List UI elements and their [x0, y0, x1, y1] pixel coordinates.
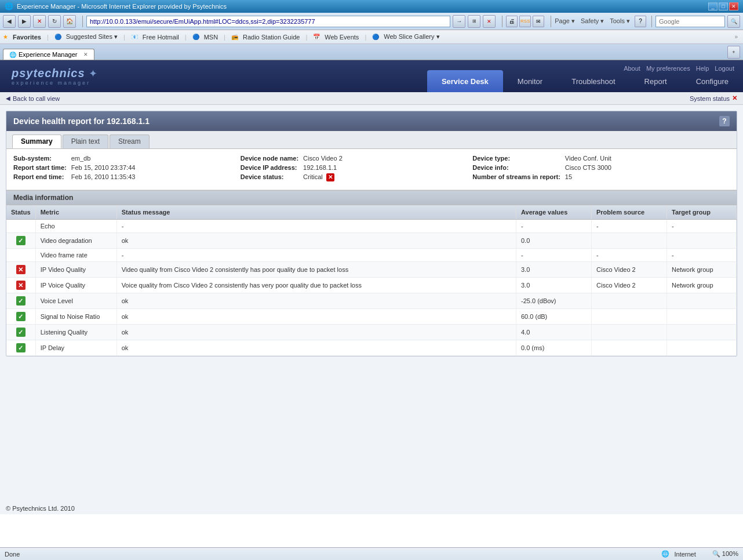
cell-status-message: - [116, 249, 516, 262]
device-node-label: Device node name: [241, 155, 298, 162]
cell-status: ✕ [6, 278, 35, 293]
rss-button[interactable]: RSS [519, 16, 531, 27]
cell-target-group: - [667, 220, 737, 233]
nav-report[interactable]: Report [630, 70, 682, 92]
minimize-button[interactable]: _ [708, 2, 717, 10]
cell-status [6, 220, 35, 233]
tab-plain-text[interactable]: Plain text [63, 134, 108, 148]
cell-status-message: ok [116, 340, 516, 356]
footer: © Psytechnics Ltd. 2010 [0, 503, 743, 514]
status-error-icon: ✕ [16, 281, 26, 290]
device-status-critical-icon: ✕ [326, 173, 334, 181]
radio-link[interactable]: Radio Station Guide [243, 34, 300, 41]
cell-status: ✕ [6, 262, 35, 278]
nav-troubleshoot-label: Troubleshoot [571, 77, 615, 86]
back-button[interactable]: ◀ [3, 15, 16, 28]
browser-title: Experience Manager - Microsoft Internet … [17, 3, 708, 10]
web-slice-link[interactable]: Web Slice Gallery ▾ [384, 33, 439, 41]
table-row: Video frame rate---- [6, 249, 737, 262]
col-target-group: Target group [667, 205, 737, 220]
cell-metric: Signal to Noise Ratio [35, 309, 116, 325]
cell-problem-source [592, 233, 667, 249]
streams-label: Number of streams in report: [472, 173, 560, 181]
cell-status-message: Voice quality from Cisco Video 2 consist… [116, 278, 516, 293]
tab-stream[interactable]: Stream [110, 134, 150, 148]
device-ip-value: 192.168.1.1 [303, 164, 468, 171]
compatibility-button[interactable]: ⊞ [468, 15, 480, 28]
restore-button[interactable]: □ [719, 2, 728, 10]
nav-troubleshoot[interactable]: Troubleshoot [557, 70, 629, 92]
search-button[interactable]: 🔍 [727, 15, 740, 28]
nav-configure-label: Configure [696, 77, 729, 86]
free-hotmail-link[interactable]: Free Hotmail [143, 34, 179, 41]
table-header-row: Status Metric Status message Average val… [6, 205, 737, 220]
print-preview-button[interactable]: 🖨 [506, 16, 518, 27]
web-events-link[interactable]: Web Events [325, 34, 359, 41]
nav-monitor[interactable]: Monitor [503, 70, 557, 92]
cell-metric: IP Delay [35, 340, 116, 356]
home-button[interactable]: 🏠 [63, 15, 76, 28]
table-row: ✕IP Video QualityVideo quality from Cisc… [6, 262, 737, 278]
tab-summary[interactable]: Summary [12, 134, 61, 148]
status-ok-icon: ✓ [16, 296, 26, 306]
favorites-label: Favorites [13, 34, 41, 41]
table-row: ✓Listening Qualityok4.0 [6, 325, 737, 340]
browser-tab-experience-manager[interactable]: 🌐 Experience Manager ✕ [3, 49, 94, 60]
device-info-label: Device info: [472, 164, 560, 171]
system-status-close-icon[interactable]: ✕ [732, 94, 737, 102]
cell-status-message: Video quality from Cisco Video 2 consist… [116, 262, 516, 278]
forward-button[interactable]: ▶ [18, 15, 31, 28]
tab-close-icon[interactable]: ✕ [83, 52, 88, 57]
address-bar[interactable] [86, 16, 450, 27]
main-content: Device health report for 192.168.1.1 ? S… [0, 105, 743, 503]
system-status-link[interactable]: System status ✕ [690, 94, 737, 102]
go-button[interactable]: → [453, 15, 465, 28]
back-to-call-view-link[interactable]: ◀ Back to call view [6, 95, 60, 102]
nav-service-desk-label: Service Desk [442, 77, 489, 86]
nav-configure[interactable]: Configure [682, 70, 743, 92]
device-info-value: Cisco CTS 3000 [565, 164, 730, 171]
cell-problem-source: - [592, 249, 667, 262]
help-icon[interactable]: ? [719, 116, 730, 126]
back-to-call-view-label: Back to call view [13, 95, 60, 102]
col-average-values: Average values [516, 205, 592, 220]
tab-label: Experience Manager [19, 51, 78, 58]
cell-target-group: Network group [667, 262, 737, 278]
msn-link[interactable]: MSN [204, 34, 218, 41]
status-error-icon: ✕ [16, 265, 26, 274]
stop-loading-button[interactable]: ✕ [483, 15, 496, 28]
cell-status: ✓ [6, 325, 35, 340]
tab-plain-text-label: Plain text [71, 137, 100, 146]
footer-year: 2010 [60, 505, 74, 512]
cell-status: ✓ [6, 293, 35, 309]
ie-toolbar-icons: 🖨 RSS ✉ [506, 16, 544, 27]
new-tab-button[interactable]: + [727, 46, 740, 59]
search-input[interactable] [655, 16, 725, 27]
favorites-bar: ★ Favorites | 🔵 Suggested Sites ▾ | 📧 Fr… [0, 30, 743, 44]
status-ok-icon: ✓ [16, 328, 26, 337]
cell-average-values: 3.0 [516, 278, 592, 293]
report-start-value: Feb 15, 2010 23:37:44 [71, 164, 236, 171]
email-button[interactable]: ✉ [533, 16, 544, 27]
suggested-sites-link[interactable]: Suggested Sites ▾ [66, 33, 118, 41]
table-row: ✕IP Voice QualityVoice quality from Cisc… [6, 278, 737, 293]
cell-average-values: 60.0 (dB) [516, 309, 592, 325]
report-tabs: Summary Plain text Stream [6, 131, 737, 149]
refresh-button[interactable]: ↻ [48, 15, 61, 28]
stop-button[interactable]: ✕ [33, 15, 46, 28]
tab-stream-label: Stream [118, 137, 141, 146]
cell-problem-source [592, 309, 667, 325]
table-row: ✓Signal to Noise Ratiook60.0 (dB) [6, 309, 737, 325]
cell-status-message: ok [116, 325, 516, 340]
device-status-value: Critical ✕ [303, 173, 468, 181]
browser-toolbar: ◀ ▶ ✕ ↻ 🏠 → ⊞ ✕ 🖨 RSS ✉ Page ▾ Safety ▾ … [0, 13, 743, 30]
help-button[interactable]: ? [635, 16, 646, 27]
close-button[interactable]: ✕ [729, 2, 738, 10]
logo-gear-icon: ✦ [89, 67, 97, 80]
cell-metric: IP Video Quality [35, 262, 116, 278]
favorites-star-icon: ★ [3, 34, 8, 40]
cell-target-group [667, 325, 737, 340]
col-status-message: Status message [116, 205, 516, 220]
cell-metric: Voice Level [35, 293, 116, 309]
nav-service-desk[interactable]: Service Desk [427, 70, 503, 92]
